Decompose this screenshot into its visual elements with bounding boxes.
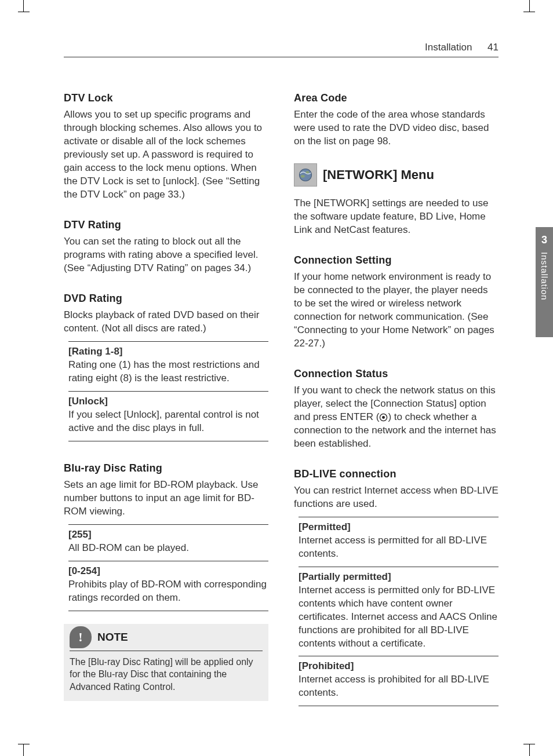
definition-item: [Prohibited] Internet access is prohibit… <box>299 656 499 706</box>
heading-connection-status: Connection Status <box>294 367 499 381</box>
definition-term: [Prohibited] <box>299 660 499 673</box>
svg-point-2 <box>306 171 310 173</box>
definition-desc: Internet access is permitted only for BD… <box>299 584 499 651</box>
definition-term: [Rating 1-8] <box>68 345 268 359</box>
note-body: The [Blu-ray Disc Rating] will be applie… <box>70 651 263 693</box>
heading-dvd-rating: DVD Rating <box>64 291 268 305</box>
heading-connection-setting: Connection Setting <box>294 253 499 267</box>
heading-bd-rating: Blu-ray Disc Rating <box>64 461 268 475</box>
definition-desc: Internet access is permitted for all BD-… <box>299 534 499 561</box>
definition-term: [0-254] <box>68 565 268 578</box>
network-menu-header: [NETWORK] Menu <box>294 163 499 187</box>
definition-desc: If you select [Unlock], parental control… <box>68 408 268 435</box>
svg-point-4 <box>382 416 385 419</box>
dvd-rating-definitions: [Rating 1-8] Rating one (1) has the most… <box>64 341 268 441</box>
page-content: Installation 41 DTV Lock Allows you to s… <box>64 42 499 725</box>
right-column: Area Code Enter the code of the area who… <box>294 91 499 706</box>
definition-item: [Partially permitted] Internet access is… <box>299 567 499 656</box>
svg-point-0 <box>300 169 312 181</box>
body-bd-rating: Sets an age limit for BD-ROM playback. U… <box>64 479 268 518</box>
chapter-number: 3 <box>541 234 547 246</box>
body-area-code: Enter the code of the area whose standar… <box>294 108 499 148</box>
heading-network-menu: [NETWORK] Menu <box>323 166 434 184</box>
note-box: ! NOTE The [Blu-ray Disc Rating] will be… <box>64 624 268 702</box>
note-icon: ! <box>70 626 92 648</box>
definition-item: [0-254] Prohibits play of BD-ROM with co… <box>68 561 268 611</box>
definition-item: [Permitted] Internet access is permitted… <box>299 517 499 567</box>
svg-point-1 <box>301 175 305 178</box>
enter-icon <box>379 413 388 422</box>
body-dtv-lock: Allows you to set up specific programs a… <box>64 108 268 202</box>
note-label: NOTE <box>97 630 128 645</box>
definition-desc: Internet access is prohibited for all BD… <box>299 673 499 700</box>
definition-item: [Rating 1-8] Rating one (1) has the most… <box>68 341 268 391</box>
body-dvd-rating: Blocks playback of rated DVD based on th… <box>64 309 268 335</box>
bdlive-definitions: [Permitted] Internet access is permitted… <box>294 517 499 706</box>
bd-rating-definitions: [255] All BD-ROM can be played. [0-254] … <box>64 524 268 611</box>
body-dtv-rating: You can set the rating to block out all … <box>64 235 268 275</box>
globe-icon <box>294 163 317 187</box>
heading-dtv-lock: DTV Lock <box>64 91 268 105</box>
heading-dtv-rating: DTV Rating <box>64 218 268 232</box>
body-connection-setting: If your home network environment is read… <box>294 271 499 350</box>
body-connection-status: If you want to check the network status … <box>294 384 499 451</box>
definition-item: [255] All BD-ROM can be played. <box>68 524 268 561</box>
page-number: 41 <box>487 42 499 53</box>
page-header: Installation 41 <box>64 42 499 57</box>
body-bdlive: You can restrict Internet access when BD… <box>294 484 499 511</box>
heading-bdlive: BD-LIVE connection <box>294 467 499 481</box>
definition-desc: All BD-ROM can be played. <box>68 542 268 555</box>
definition-term: [Partially permitted] <box>299 571 499 584</box>
left-column: DTV Lock Allows you to set up specific p… <box>64 91 268 706</box>
definition-desc: Rating one (1) has the most restrictions… <box>68 359 268 385</box>
heading-area-code: Area Code <box>294 91 499 105</box>
definition-term: [Unlock] <box>68 395 268 408</box>
chapter-label: Installation <box>540 252 550 301</box>
definition-term: [Permitted] <box>299 521 499 534</box>
definition-item: [Unlock] If you select [Unlock], parenta… <box>68 391 268 441</box>
body-network-menu: The [NETWORK] settings are needed to use… <box>294 197 499 237</box>
definition-term: [255] <box>68 528 268 542</box>
definition-desc: Prohibits play of BD-ROM with correspond… <box>68 578 268 605</box>
header-section: Installation <box>425 42 472 53</box>
side-tab: 3 Installation <box>536 227 553 337</box>
